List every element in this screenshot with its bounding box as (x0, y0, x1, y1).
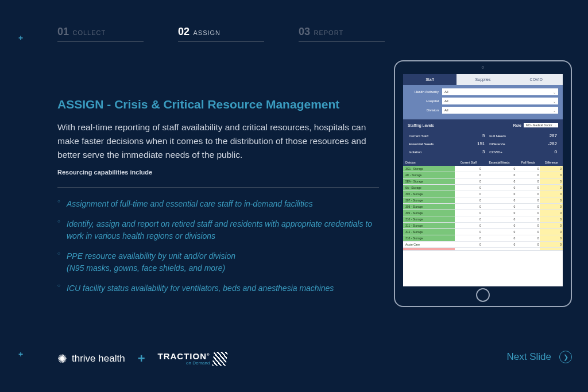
table-row[interactable]: 305 - Storage0000 (403, 191, 563, 197)
cell: 0 (540, 166, 563, 172)
thrive-icon: ✺ (57, 352, 67, 366)
cell: 0 (482, 210, 516, 216)
table-row[interactable]: 3C1 - Storage0000 (403, 166, 563, 172)
app-tabs: StaffSuppliesCOVID (403, 74, 563, 85)
cell: 0 (540, 229, 563, 235)
cell: 0 (516, 223, 540, 229)
cell: 0 (455, 229, 482, 235)
cell: 0 (482, 178, 516, 185)
tab-covid[interactable]: COVID (509, 74, 563, 85)
cell (455, 248, 482, 251)
step-label: COLLECT (72, 29, 106, 36)
cell: 6A - Storage (403, 185, 455, 191)
step-assign[interactable]: 02 ASSIGN (178, 26, 264, 42)
cell (516, 248, 540, 251)
col-header: Division (403, 159, 455, 166)
cell: 0 (516, 216, 540, 223)
traction-icon (212, 352, 228, 366)
cell: 0 (482, 197, 516, 204)
thrive-text: thrive health (72, 353, 125, 364)
cell: 0 (455, 178, 482, 185)
cell: 0 (540, 172, 563, 178)
col-header: Difference (540, 159, 563, 166)
step-report[interactable]: 03 REPORT (299, 26, 385, 42)
cell: 0 (482, 242, 516, 248)
col-header: Current Staff (455, 159, 482, 166)
tab-staff[interactable]: Staff (403, 74, 457, 85)
tab-supplies[interactable]: Supplies (457, 74, 510, 85)
table-row[interactable]: Acute Care0000 (403, 242, 563, 248)
filter-panel: Health AuthorityAllHospitalAllDivisionAl… (403, 85, 563, 119)
table-row[interactable]: 4D - Storage0000 (403, 172, 563, 178)
stat-label: Current Staff (409, 134, 457, 138)
stat-value: 5 (462, 133, 485, 138)
table-row[interactable]: 312 - Storage0000 (403, 229, 563, 235)
thrive-health-logo: ✺ thrive health (57, 352, 125, 366)
next-slide-label: Next Slide (507, 351, 551, 363)
cell: 0 (455, 204, 482, 210)
cell: 0 (540, 178, 563, 185)
table-row[interactable]: 310 - Storage0000 (403, 216, 563, 223)
filter-label: Health Authority (408, 90, 442, 94)
cell: 0 (482, 166, 516, 172)
step-num: 03 (299, 26, 310, 37)
filter-select[interactable]: All (442, 98, 558, 104)
table-row[interactable]: 6A - Storage0000 (403, 185, 563, 191)
cell (540, 248, 563, 251)
table-row[interactable] (403, 248, 563, 251)
table-row[interactable]: 309 - Storage0000 (403, 210, 563, 216)
filter-label: Hospital (408, 99, 442, 103)
role-select[interactable]: MD - Medical Doctor (524, 123, 558, 127)
stat-value: 287 (534, 133, 557, 138)
table-row[interactable]: 5EA - Storage0000 (403, 178, 563, 185)
filter-select[interactable]: All (442, 107, 558, 114)
cell: 0 (540, 204, 563, 210)
staffing-grid: DivisionCurrent StaffEssential NeedsFull… (403, 159, 563, 251)
step-label: REPORT (314, 29, 343, 36)
cell: 0 (455, 166, 482, 172)
stat-label: Difference (489, 142, 529, 146)
cell: 0 (455, 223, 482, 229)
plus-separator: + (138, 351, 145, 366)
cell: 0 (540, 235, 563, 242)
slide-description: With real-time reporting of staff availa… (57, 121, 379, 162)
table-row[interactable]: 311 - Storage0000 (403, 223, 563, 229)
cell (403, 248, 455, 251)
cell: 0 (516, 210, 540, 216)
cell: 0 (482, 191, 516, 197)
table-row[interactable]: 308 - Storage0000 (403, 204, 563, 210)
step-num: 01 (57, 26, 69, 37)
step-num: 02 (178, 26, 189, 37)
bullet-list: Assignment of full-time and essential ca… (57, 198, 379, 294)
cell: 0 (455, 191, 482, 197)
cell: 309 - Storage (403, 210, 455, 216)
traction-logo: TRACTION® on Demand (157, 352, 227, 366)
cell: 0 (516, 197, 540, 204)
cell: Acute Care (403, 242, 455, 248)
cell: 0 (516, 242, 540, 248)
traction-sub: on Demand (157, 361, 210, 366)
next-slide-button[interactable]: Next Slide ❯ (507, 351, 572, 363)
filter-select[interactable]: All (442, 88, 558, 95)
cell: 0 (455, 216, 482, 223)
cell: 0 (540, 210, 563, 216)
step-collect[interactable]: 01 COLLECT (57, 26, 144, 42)
cell: 0 (482, 185, 516, 191)
cell: 0 (516, 178, 540, 185)
stats-panel: Current Staff5Full Needs287Essential Nee… (403, 131, 563, 159)
table-row[interactable]: 307 - Storage0000 (403, 197, 563, 204)
partner-logos: ✺ thrive health + TRACTION® on Demand (57, 351, 227, 366)
cell: 0 (482, 172, 516, 178)
cell: 0 (482, 229, 516, 235)
table-row[interactable]: 318 - Storage0000 (403, 235, 563, 242)
steps-nav: 01 COLLECT02 ASSIGN03 REPORT (57, 26, 385, 42)
corner-mark-bottom: + (18, 350, 23, 359)
cell: 311 - Storage (403, 223, 455, 229)
stat-value: 3 (462, 149, 485, 154)
slide-title: ASSIGN - Crisis & Critical Resource Mana… (57, 98, 379, 111)
cell: 307 - Storage (403, 197, 455, 204)
step-label: ASSIGN (193, 29, 220, 36)
filter-label: Division (408, 108, 442, 112)
col-header: Essential Needs (482, 159, 516, 166)
cell: 310 - Storage (403, 216, 455, 223)
